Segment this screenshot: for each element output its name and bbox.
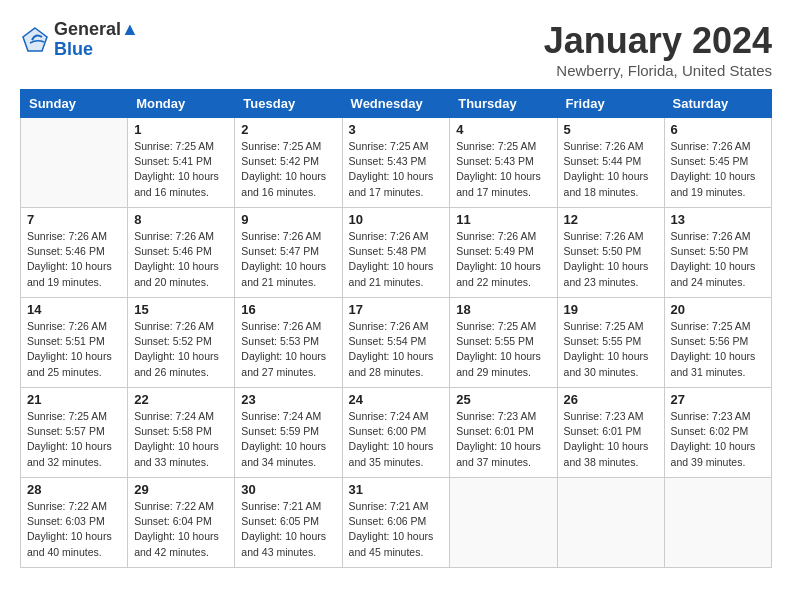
calendar-header-row: SundayMondayTuesdayWednesdayThursdayFrid…: [21, 90, 772, 118]
calendar-cell: 28Sunrise: 7:22 AMSunset: 6:03 PMDayligh…: [21, 478, 128, 568]
column-header-sunday: Sunday: [21, 90, 128, 118]
location: Newberry, Florida, United States: [544, 62, 772, 79]
calendar-week-row: 28Sunrise: 7:22 AMSunset: 6:03 PMDayligh…: [21, 478, 772, 568]
day-info: Sunrise: 7:25 AMSunset: 5:57 PMDaylight:…: [27, 409, 121, 470]
logo-blue: ▲: [121, 19, 139, 39]
calendar-cell: 17Sunrise: 7:26 AMSunset: 5:54 PMDayligh…: [342, 298, 450, 388]
day-number: 4: [456, 122, 550, 137]
day-info: Sunrise: 7:25 AMSunset: 5:56 PMDaylight:…: [671, 319, 765, 380]
title-block: January 2024 Newberry, Florida, United S…: [544, 20, 772, 79]
page-header: General▲ Blue January 2024 Newberry, Flo…: [20, 20, 772, 79]
day-info: Sunrise: 7:25 AMSunset: 5:42 PMDaylight:…: [241, 139, 335, 200]
calendar-cell: 18Sunrise: 7:25 AMSunset: 5:55 PMDayligh…: [450, 298, 557, 388]
day-info: Sunrise: 7:26 AMSunset: 5:54 PMDaylight:…: [349, 319, 444, 380]
calendar-cell: 16Sunrise: 7:26 AMSunset: 5:53 PMDayligh…: [235, 298, 342, 388]
day-number: 14: [27, 302, 121, 317]
day-info: Sunrise: 7:24 AMSunset: 5:58 PMDaylight:…: [134, 409, 228, 470]
day-number: 12: [564, 212, 658, 227]
day-number: 20: [671, 302, 765, 317]
column-header-monday: Monday: [128, 90, 235, 118]
logo-text: General▲ Blue: [54, 20, 139, 60]
day-info: Sunrise: 7:25 AMSunset: 5:43 PMDaylight:…: [349, 139, 444, 200]
calendar-cell: 22Sunrise: 7:24 AMSunset: 5:58 PMDayligh…: [128, 388, 235, 478]
day-number: 2: [241, 122, 335, 137]
calendar-week-row: 14Sunrise: 7:26 AMSunset: 5:51 PMDayligh…: [21, 298, 772, 388]
column-header-saturday: Saturday: [664, 90, 771, 118]
logo-icon: [20, 25, 50, 55]
column-header-tuesday: Tuesday: [235, 90, 342, 118]
day-info: Sunrise: 7:26 AMSunset: 5:51 PMDaylight:…: [27, 319, 121, 380]
calendar-cell: 4Sunrise: 7:25 AMSunset: 5:43 PMDaylight…: [450, 118, 557, 208]
day-info: Sunrise: 7:26 AMSunset: 5:50 PMDaylight:…: [564, 229, 658, 290]
day-number: 17: [349, 302, 444, 317]
day-number: 13: [671, 212, 765, 227]
day-info: Sunrise: 7:26 AMSunset: 5:47 PMDaylight:…: [241, 229, 335, 290]
calendar-cell: 25Sunrise: 7:23 AMSunset: 6:01 PMDayligh…: [450, 388, 557, 478]
day-info: Sunrise: 7:25 AMSunset: 5:43 PMDaylight:…: [456, 139, 550, 200]
day-number: 5: [564, 122, 658, 137]
day-info: Sunrise: 7:22 AMSunset: 6:03 PMDaylight:…: [27, 499, 121, 560]
day-info: Sunrise: 7:26 AMSunset: 5:49 PMDaylight:…: [456, 229, 550, 290]
day-number: 10: [349, 212, 444, 227]
calendar-cell: [21, 118, 128, 208]
day-info: Sunrise: 7:21 AMSunset: 6:05 PMDaylight:…: [241, 499, 335, 560]
day-number: 3: [349, 122, 444, 137]
day-info: Sunrise: 7:26 AMSunset: 5:46 PMDaylight:…: [27, 229, 121, 290]
day-number: 26: [564, 392, 658, 407]
day-number: 8: [134, 212, 228, 227]
day-number: 22: [134, 392, 228, 407]
day-number: 11: [456, 212, 550, 227]
day-number: 27: [671, 392, 765, 407]
day-number: 21: [27, 392, 121, 407]
day-info: Sunrise: 7:25 AMSunset: 5:55 PMDaylight:…: [564, 319, 658, 380]
day-info: Sunrise: 7:23 AMSunset: 6:01 PMDaylight:…: [564, 409, 658, 470]
day-info: Sunrise: 7:26 AMSunset: 5:52 PMDaylight:…: [134, 319, 228, 380]
day-number: 18: [456, 302, 550, 317]
day-info: Sunrise: 7:26 AMSunset: 5:48 PMDaylight:…: [349, 229, 444, 290]
day-number: 23: [241, 392, 335, 407]
calendar-cell: 20Sunrise: 7:25 AMSunset: 5:56 PMDayligh…: [664, 298, 771, 388]
calendar-cell: 11Sunrise: 7:26 AMSunset: 5:49 PMDayligh…: [450, 208, 557, 298]
day-info: Sunrise: 7:21 AMSunset: 6:06 PMDaylight:…: [349, 499, 444, 560]
day-number: 28: [27, 482, 121, 497]
calendar-cell: 13Sunrise: 7:26 AMSunset: 5:50 PMDayligh…: [664, 208, 771, 298]
calendar-cell: 19Sunrise: 7:25 AMSunset: 5:55 PMDayligh…: [557, 298, 664, 388]
day-info: Sunrise: 7:23 AMSunset: 6:01 PMDaylight:…: [456, 409, 550, 470]
day-info: Sunrise: 7:25 AMSunset: 5:41 PMDaylight:…: [134, 139, 228, 200]
calendar-week-row: 1Sunrise: 7:25 AMSunset: 5:41 PMDaylight…: [21, 118, 772, 208]
calendar-cell: 5Sunrise: 7:26 AMSunset: 5:44 PMDaylight…: [557, 118, 664, 208]
calendar-table: SundayMondayTuesdayWednesdayThursdayFrid…: [20, 89, 772, 568]
logo: General▲ Blue: [20, 20, 139, 60]
day-number: 15: [134, 302, 228, 317]
calendar-cell: 15Sunrise: 7:26 AMSunset: 5:52 PMDayligh…: [128, 298, 235, 388]
day-info: Sunrise: 7:22 AMSunset: 6:04 PMDaylight:…: [134, 499, 228, 560]
month-title: January 2024: [544, 20, 772, 62]
day-info: Sunrise: 7:25 AMSunset: 5:55 PMDaylight:…: [456, 319, 550, 380]
calendar-cell: 7Sunrise: 7:26 AMSunset: 5:46 PMDaylight…: [21, 208, 128, 298]
calendar-cell: 30Sunrise: 7:21 AMSunset: 6:05 PMDayligh…: [235, 478, 342, 568]
calendar-cell: 29Sunrise: 7:22 AMSunset: 6:04 PMDayligh…: [128, 478, 235, 568]
day-number: 16: [241, 302, 335, 317]
day-info: Sunrise: 7:23 AMSunset: 6:02 PMDaylight:…: [671, 409, 765, 470]
calendar-cell: 6Sunrise: 7:26 AMSunset: 5:45 PMDaylight…: [664, 118, 771, 208]
day-number: 6: [671, 122, 765, 137]
day-info: Sunrise: 7:26 AMSunset: 5:53 PMDaylight:…: [241, 319, 335, 380]
calendar-cell: 3Sunrise: 7:25 AMSunset: 5:43 PMDaylight…: [342, 118, 450, 208]
column-header-friday: Friday: [557, 90, 664, 118]
day-number: 1: [134, 122, 228, 137]
day-info: Sunrise: 7:26 AMSunset: 5:44 PMDaylight:…: [564, 139, 658, 200]
calendar-cell: [450, 478, 557, 568]
calendar-cell: 9Sunrise: 7:26 AMSunset: 5:47 PMDaylight…: [235, 208, 342, 298]
day-info: Sunrise: 7:26 AMSunset: 5:46 PMDaylight:…: [134, 229, 228, 290]
calendar-week-row: 7Sunrise: 7:26 AMSunset: 5:46 PMDaylight…: [21, 208, 772, 298]
calendar-cell: 1Sunrise: 7:25 AMSunset: 5:41 PMDaylight…: [128, 118, 235, 208]
column-header-thursday: Thursday: [450, 90, 557, 118]
day-number: 29: [134, 482, 228, 497]
day-number: 25: [456, 392, 550, 407]
column-header-wednesday: Wednesday: [342, 90, 450, 118]
day-number: 30: [241, 482, 335, 497]
day-number: 31: [349, 482, 444, 497]
calendar-week-row: 21Sunrise: 7:25 AMSunset: 5:57 PMDayligh…: [21, 388, 772, 478]
logo-blue-text: Blue: [54, 40, 139, 60]
calendar-cell: 27Sunrise: 7:23 AMSunset: 6:02 PMDayligh…: [664, 388, 771, 478]
